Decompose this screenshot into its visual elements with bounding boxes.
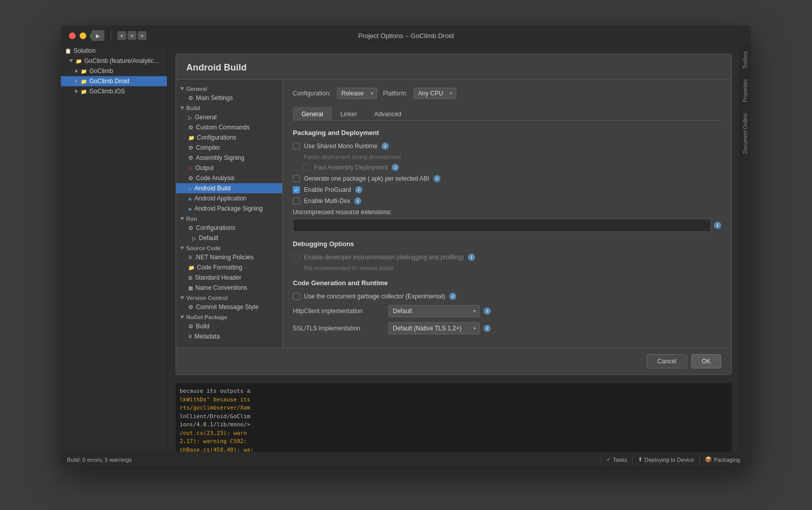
- run-button[interactable]: ▶: [91, 30, 105, 41]
- expand-icon-ios: [75, 89, 78, 93]
- dev-instrumentation-checkbox[interactable]: [293, 254, 300, 261]
- section-source-code[interactable]: Source Code: [176, 243, 282, 252]
- uncompressed-input[interactable]: [293, 219, 711, 232]
- shared-mono-checkbox[interactable]: [293, 143, 300, 150]
- properties-tab[interactable]: Properties: [740, 74, 751, 108]
- httpclient-select-wrapper: Default: [388, 305, 480, 317]
- enable-multidex-info[interactable]: i: [354, 197, 361, 205]
- item-standard-header[interactable]: Standard Header: [176, 273, 282, 283]
- tab-advanced[interactable]: Advanced: [365, 107, 410, 121]
- item-commit-message[interactable]: Commit Message Style: [176, 302, 282, 312]
- item-code-formatting[interactable]: Code Formatting: [176, 262, 282, 273]
- output-line-8: chBase.cs(458,48): wa:: [180, 446, 728, 452]
- tree-goclimb-ios[interactable]: 📁 GoClimb.iOS: [61, 86, 167, 96]
- section-nuget-label: NuGet Package: [186, 314, 227, 320]
- tree-solution[interactable]: 📋 Solution: [61, 46, 167, 56]
- tab-linker[interactable]: Linker: [332, 107, 366, 121]
- tree-goclimb-droid[interactable]: 📁 GoClimb.Droid: [61, 76, 167, 86]
- enable-multidex-checkbox[interactable]: [293, 197, 300, 205]
- item-configurations[interactable]: Configurations: [176, 132, 282, 143]
- deploy-icon: ⬆: [638, 456, 642, 463]
- item-general-build[interactable]: General: [176, 112, 282, 122]
- code-gen-section-title: Code Generation and Runtime: [293, 279, 721, 287]
- folder-icon-ios: 📁: [81, 89, 87, 94]
- fast-assembly-info[interactable]: i: [392, 164, 399, 171]
- httpclient-info[interactable]: i: [484, 308, 491, 315]
- ssl-select[interactable]: Default (Native TLS 1.2+): [388, 322, 480, 334]
- item-custom-commands[interactable]: Custom Commands: [176, 122, 282, 132]
- item-run-default[interactable]: Default: [176, 233, 282, 243]
- document-outline-tab[interactable]: Document Outline: [740, 108, 751, 159]
- fast-assembly-checkbox[interactable]: [303, 164, 310, 171]
- section-run[interactable]: Run: [176, 214, 282, 223]
- config-button-1[interactable]: ●: [117, 31, 126, 40]
- minimize-button[interactable]: [80, 32, 86, 39]
- build-status: Build: 0 errors, 5 warnings: [67, 457, 132, 463]
- item-android-application[interactable]: Android Application: [176, 193, 282, 203]
- packaging-tab[interactable]: 📦 Packaging: [699, 454, 745, 465]
- output-line-1: because its outputs a: [180, 387, 728, 396]
- debugging-section-title: Debugging Options: [293, 240, 721, 248]
- section-vc-arrow: [180, 296, 184, 299]
- project-options-dialog: Android Build General Main Settings: [176, 54, 732, 375]
- ok-button[interactable]: OK: [691, 354, 721, 368]
- section-run-label: Run: [186, 216, 197, 222]
- section-general[interactable]: General: [176, 84, 282, 93]
- enable-multidex-label: Enable Multi-Dex: [304, 197, 350, 205]
- config-button-3[interactable]: ●: [138, 31, 147, 40]
- config-button-2[interactable]: ●: [127, 31, 137, 40]
- generate-apk-label: Generate one package (.apk) per selected…: [304, 175, 429, 182]
- name-conventions-label: Name Conventions: [195, 284, 247, 291]
- cancel-button[interactable]: Cancel: [647, 354, 687, 368]
- tree-goclimb-feature[interactable]: 📁 GoClimb (feature/Analytic…: [61, 56, 167, 66]
- custom-commands-label: Custom Commands: [196, 124, 250, 131]
- dialog-title: Android Build: [186, 62, 247, 73]
- item-nuget-metadata[interactable]: Metadata: [176, 331, 282, 342]
- android-pkg-signing-label: Android Package Signing: [194, 205, 263, 212]
- platform-select[interactable]: Any CPU ARM: [414, 88, 456, 99]
- item-run-configurations[interactable]: Configurations: [176, 223, 282, 233]
- section-nuget-arrow: [180, 316, 184, 319]
- item-nuget-build[interactable]: Build: [176, 321, 282, 331]
- output-area: because its outputs a lkWithDx" because …: [176, 383, 732, 452]
- dev-instrumentation-info[interactable]: i: [468, 254, 475, 261]
- output-line-4: lnClient/Droid/GoClim: [180, 413, 728, 421]
- httpclient-select[interactable]: Default: [388, 305, 480, 317]
- section-version-control[interactable]: Version Control: [176, 293, 282, 302]
- configuration-select[interactable]: Release Debug: [337, 88, 377, 99]
- configurations-label: Configurations: [197, 134, 236, 141]
- item-android-build[interactable]: Android Build: [176, 183, 282, 193]
- uncompressed-info[interactable]: i: [714, 222, 721, 229]
- diamond-icon-android-pkg: [188, 205, 192, 212]
- concurrent-gc-info[interactable]: i: [449, 293, 456, 300]
- item-compiler[interactable]: Compiler: [176, 143, 282, 153]
- close-button[interactable]: [69, 32, 76, 39]
- shared-mono-info[interactable]: i: [382, 143, 389, 150]
- concurrent-gc-checkbox[interactable]: [293, 293, 300, 300]
- ssl-info[interactable]: i: [484, 325, 491, 332]
- section-nuget[interactable]: NuGet Package: [176, 312, 282, 321]
- tab-general[interactable]: General: [293, 107, 332, 121]
- config-label: Configuration:: [293, 90, 331, 97]
- list-icon-metadata: [188, 333, 192, 340]
- tree-goclimb[interactable]: 📁 GoClimb: [61, 66, 167, 76]
- enable-proguard-checkbox[interactable]: [293, 186, 300, 193]
- gear-icon-code-analysis: [188, 175, 193, 182]
- section-build[interactable]: Build: [176, 103, 282, 112]
- item-android-pkg-signing[interactable]: Android Package Signing: [176, 203, 282, 214]
- content-tabs: General Linker Advanced: [293, 107, 721, 121]
- generate-apk-info[interactable]: i: [433, 175, 441, 182]
- item-main-settings[interactable]: Main Settings: [176, 93, 282, 103]
- item-net-naming[interactable]: .NET Naming Policies: [176, 252, 282, 262]
- deploying-tab[interactable]: ⬆ Deploying to Device: [632, 454, 699, 465]
- list-icon-net: [188, 254, 192, 261]
- output-line-2: lkWithDx" because its: [180, 396, 728, 404]
- tasks-tab[interactable]: ✓ Tasks: [601, 454, 632, 465]
- generate-apk-checkbox[interactable]: [293, 175, 300, 182]
- enable-proguard-info[interactable]: i: [355, 186, 362, 193]
- item-name-conventions[interactable]: Name Conventions: [176, 283, 282, 293]
- item-code-analysis[interactable]: Code Analysis: [176, 173, 282, 183]
- item-assembly-signing[interactable]: Assembly Signing: [176, 153, 282, 163]
- toolbox-tab[interactable]: Toolbox: [740, 46, 751, 74]
- item-output[interactable]: Output: [176, 163, 282, 173]
